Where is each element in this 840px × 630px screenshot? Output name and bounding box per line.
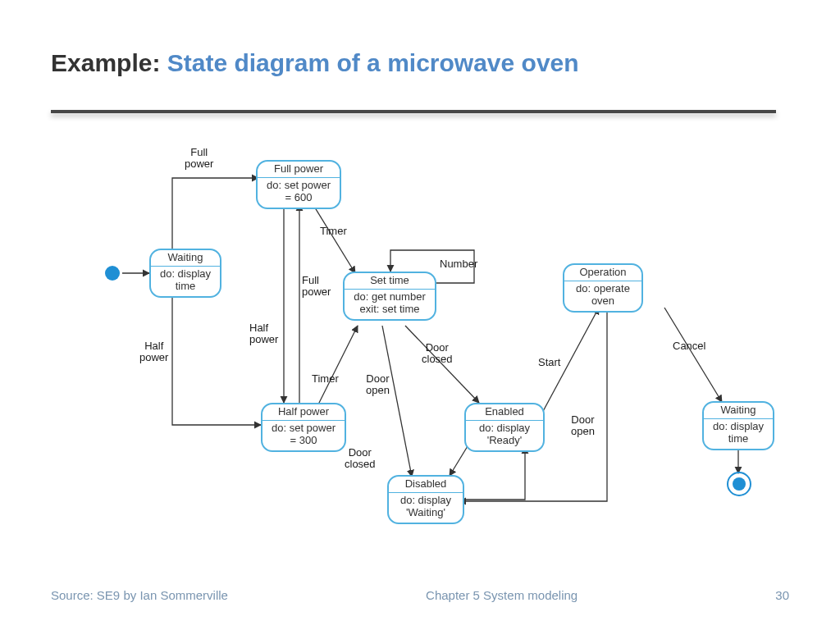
label-timer-1: Timer [320, 226, 347, 237]
slide-footer: Source: SE9 by Ian Sommerville Chapter 5… [51, 588, 789, 602]
state-name: Operation [564, 265, 641, 281]
slide-title: Example: State diagram of a microwave ov… [51, 49, 579, 77]
label-full-power-2: Fullpower [302, 275, 331, 299]
state-waiting-1: Waiting do: displaytime [149, 249, 221, 298]
state-activity: do: displaytime [151, 267, 220, 296]
label-door-open-1: Dooropen [366, 373, 390, 397]
footer-page: 30 [775, 588, 789, 602]
state-enabled: Enabled do: display'Ready' [464, 403, 545, 452]
state-disabled: Disabled do: display'Waiting' [387, 475, 464, 524]
label-full-power-1: Fullpower [185, 147, 213, 171]
state-activity: do: set power= 300 [262, 421, 345, 450]
final-state-icon [727, 472, 751, 496]
state-name: Half power [262, 404, 345, 421]
label-start: Start [538, 357, 560, 368]
label-door-closed-2: Doorclosed [345, 447, 376, 471]
state-name: Full power [258, 162, 340, 178]
label-door-open-2: Dooropen [571, 414, 595, 438]
title-prefix: Example: [51, 49, 160, 76]
state-name: Set time [345, 273, 435, 290]
state-activity: do: display'Waiting' [389, 493, 463, 523]
state-waiting-2: Waiting do: displaytime [702, 401, 774, 450]
state-full-power: Full power do: set power= 600 [256, 160, 341, 209]
label-timer-2: Timer [312, 373, 339, 385]
label-half-power-1: Halfpower [139, 340, 168, 364]
state-activity: do: set power= 600 [258, 178, 340, 208]
state-operation: Operation do: operateoven [563, 263, 643, 313]
state-activity: do: get numberexit: set time [345, 290, 435, 319]
state-activity: do: displaytime [704, 419, 773, 449]
label-half-power-2: Halfpower [249, 322, 278, 346]
label-cancel: Cancel [673, 340, 705, 352]
state-set-time: Set time do: get numberexit: set time [343, 272, 436, 321]
state-activity: do: operateoven [564, 281, 641, 311]
footer-source: Source: SE9 by Ian Sommerville [51, 588, 228, 602]
title-accent: State diagram of a microwave oven [167, 49, 579, 76]
state-name: Waiting [151, 250, 220, 267]
state-name: Enabled [466, 404, 543, 421]
label-door-closed-1: Doorclosed [422, 342, 453, 366]
label-number: Number [440, 258, 477, 270]
state-name: Waiting [704, 403, 773, 419]
state-diagram: Waiting do: displaytime Full power do: s… [82, 144, 796, 537]
state-name: Disabled [389, 477, 463, 493]
title-divider [51, 110, 776, 113]
footer-chapter: Chapter 5 System modeling [426, 588, 578, 602]
initial-state-icon [105, 266, 120, 281]
state-activity: do: display'Ready' [466, 421, 543, 450]
state-half-power: Half power do: set power= 300 [261, 403, 346, 452]
